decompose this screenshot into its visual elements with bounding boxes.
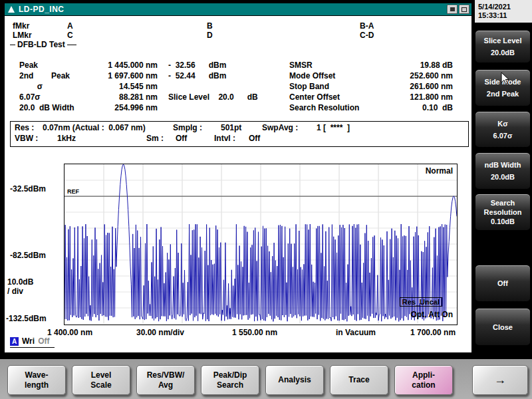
mode-offset-label: Mode Offset — [289, 71, 335, 80]
menu-application-line2: cation — [412, 380, 435, 390]
analysis-group-title: DFB-LD Test — [17, 40, 65, 49]
lmkr-d-label: D — [207, 31, 213, 40]
trace-a-indicator[interactable]: A Wri Off — [10, 336, 55, 348]
vbw-value: 1kHz — [57, 134, 76, 143]
menu-res-vbw-avg-line2: Avg — [158, 380, 173, 390]
menu-peak-dip-search[interactable]: Peak/Dip Search — [201, 365, 259, 395]
mouse-cursor — [501, 72, 510, 88]
y-axis-mid-label: -82.5dBm — [10, 251, 46, 260]
smplg-value: 501pt — [221, 123, 241, 132]
menu-application[interactable]: Appli- cation — [394, 365, 453, 395]
menu-res-vbw-avg[interactable]: Res/VBW/ Avg — [136, 365, 195, 395]
menu-trace-label: Trace — [348, 375, 369, 385]
x-axis-medium-label: in Vacuum — [336, 328, 376, 337]
peak-level-value: - 32.56 dBm — [168, 61, 226, 70]
fmkr-ba-label: B-A — [360, 21, 374, 31]
ndb-width-label: 20.0 dB Width — [19, 103, 74, 112]
peak-label: Peak — [19, 61, 38, 70]
vbw-label: VBW : — [15, 134, 38, 143]
datetime-display: 5/14/2021 15:33:11 — [475, 0, 532, 23]
menu-level-scale-line1: Level — [91, 370, 112, 380]
window-maximize-button[interactable] — [459, 5, 469, 14]
res-uncal-badge: Res_Uncal — [400, 297, 442, 307]
menu-application-line1: Appli- — [412, 370, 435, 380]
menu-analysis[interactable]: Analysis — [265, 365, 324, 395]
menu-peak-dip-search-line1: Peak/Dip — [213, 370, 247, 380]
res-label: Res : — [15, 123, 34, 132]
bottom-menu: Wave- length Level Scale Res/VBW/ Avg Pe… — [0, 359, 532, 399]
menu-level-scale[interactable]: Level Scale — [72, 365, 130, 395]
slice-level-readout: Slice Level 20.0 dB — [168, 92, 258, 102]
softkey-ndb-width-line2: 20.0dB — [491, 173, 515, 181]
second-peak-label: 2nd Peak — [19, 71, 70, 80]
softkey-k-sigma[interactable]: Kσ 6.07σ — [475, 111, 531, 148]
swpavg-label: SwpAvg : — [262, 123, 298, 132]
opt-att-label: Opt. Att On — [410, 310, 453, 319]
ndb-width-value: 254.996 nm — [90, 103, 158, 112]
ksigma-value: 88.281 nm — [90, 92, 158, 102]
smsr-label: SMSR — [289, 61, 313, 70]
spectrum-trace — [65, 164, 457, 324]
menu-peak-dip-search-line2: Search — [217, 380, 243, 390]
sm-label: Sm : — [146, 134, 164, 143]
menu-wavelength-line1: Wave- — [25, 370, 49, 380]
lmkr-label: LMkr — [13, 31, 32, 40]
softkey-search-resolution-line2: Resolution — [484, 208, 522, 216]
smsr-value: 19.88 dB — [364, 61, 453, 70]
x-axis-center-label: 1 550.00 nm — [232, 328, 277, 337]
softkey-slice-level-line2: 20.0dB — [491, 49, 515, 57]
softkey-slice-level[interactable]: Slice Level 20.0dB — [475, 30, 531, 63]
menu-wavelength-line2: length — [25, 380, 49, 390]
date-label: 5/14/2021 — [478, 3, 532, 11]
trace-off-label: Off — [38, 336, 49, 346]
trace-letter-badge: A — [10, 337, 19, 346]
menu-trace[interactable]: Trace — [330, 365, 388, 395]
trace-write-mode-label: Wri — [22, 336, 35, 346]
softkey-search-resolution-line3: 0.10dB — [491, 217, 515, 225]
fmkr-b-label: B — [207, 21, 213, 31]
softkey-search-resolution-line1: Search — [491, 199, 515, 207]
minimize-icon — [450, 7, 455, 11]
mode-offset-value: 252.600 nm — [364, 71, 453, 80]
softkey-ndb-width-line1: ndB Width — [485, 161, 521, 169]
x-axis-left-label: 1 400.00 nm — [47, 328, 92, 337]
app-logo-icon — [8, 6, 15, 13]
title-bar: LD-PD_INC — [5, 3, 471, 16]
softkey-search-resolution[interactable]: Search Resolution 0.10dB — [475, 194, 531, 231]
x-axis-right-label: 1 700.00 nm — [410, 328, 456, 337]
intvl-value: Off — [249, 134, 260, 143]
fmkr-label: fMkr — [13, 21, 29, 31]
lmkr-c-label: C — [67, 31, 73, 40]
time-label: 15:33:11 — [478, 11, 532, 20]
softkey-close[interactable]: Close — [475, 308, 531, 346]
softkey-k-sigma-line2: 6.07σ — [493, 132, 513, 140]
window-controls — [447, 5, 469, 14]
window-title: LD-PD_INC — [19, 5, 65, 14]
maximize-icon — [462, 7, 467, 12]
smplg-label: Smplg : — [173, 123, 202, 132]
softkey-off-label: Off — [497, 279, 508, 287]
stop-band-label: Stop Band — [289, 82, 329, 91]
menu-res-vbw-avg-line1: Res/VBW/ — [147, 370, 185, 380]
sigma-value: 14.545 nm — [90, 82, 158, 91]
res-value: 0.07nm (Actual : 0.067 nm) — [43, 123, 146, 132]
softkey-k-sigma-line1: Kσ — [497, 120, 507, 128]
search-resolution-label: Search Resolution — [289, 103, 359, 112]
right-arrow-icon: → — [494, 375, 506, 385]
softkey-off[interactable]: Off — [475, 265, 531, 302]
window-minimize-button[interactable] — [447, 5, 458, 14]
sigma-label: σ — [19, 82, 43, 91]
soft-key-panel: 5/14/2021 15:33:11 Slice Level 20.0dB Si… — [473, 0, 532, 359]
softkey-slice-level-line1: Slice Level — [484, 37, 522, 45]
menu-wavelength[interactable]: Wave- length — [7, 365, 66, 395]
menu-more-arrow[interactable]: → — [472, 365, 528, 395]
y-axis-bottom-label: -132.5dBm — [6, 314, 47, 323]
fmkr-a-label: A — [67, 21, 73, 31]
softkey-side-mode-line2: 2nd Peak — [487, 90, 519, 98]
intvl-label: Intvl : — [214, 134, 235, 143]
softkey-ndb-width[interactable]: ndB Width 20.0dB — [475, 152, 531, 190]
y-axis-top-label: -32.5dBm — [10, 184, 46, 194]
softkey-close-label: Close — [493, 323, 513, 331]
settings-readout: Res : 0.07nm (Actual : 0.067 nm) Smplg :… — [10, 121, 469, 147]
menu-analysis-label: Analysis — [278, 375, 311, 385]
